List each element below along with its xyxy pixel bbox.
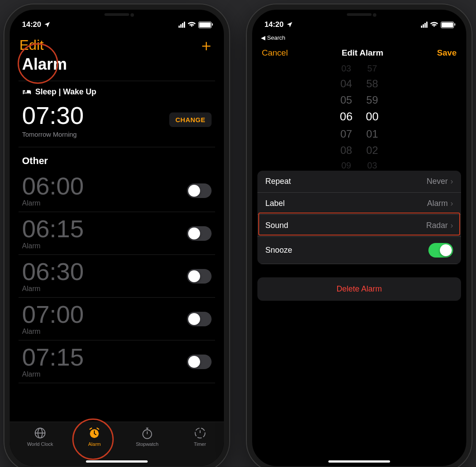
nav-bar: Edit ＋	[10, 34, 224, 53]
phone-right: 14:20 ◀ Search Cancel Edit Alarm Save 03…	[247, 4, 472, 467]
modal-nav: Cancel Edit Alarm Save	[252, 41, 466, 68]
sleep-time: 07:30	[22, 101, 84, 130]
battery-icon	[198, 22, 212, 28]
alarm-toggle[interactable]	[187, 355, 212, 369]
alarm-label: Alarm	[22, 370, 84, 378]
add-alarm-button[interactable]: ＋	[198, 37, 214, 53]
label-row[interactable]: Label Alarm›	[257, 193, 461, 215]
tab-alarm[interactable]: Alarm	[88, 426, 101, 447]
minute-column[interactable]: 57585900010203	[366, 63, 379, 172]
alarm-icon	[88, 426, 101, 440]
alarm-time: 07:00	[22, 302, 84, 327]
battery-icon	[441, 22, 454, 28]
edit-button[interactable]: Edit	[19, 37, 44, 53]
chevron-right-icon: ›	[450, 177, 453, 186]
alarm-label: Alarm	[22, 328, 84, 336]
page-title: Alarm	[22, 55, 212, 74]
alarm-screen: 14:20 Edit ＋ Alarm Sleep | Wake Up 07:30	[10, 10, 224, 466]
alarm-row[interactable]: 07:00Alarm	[19, 298, 215, 340]
picker-selection-bar	[257, 108, 461, 126]
cellular-icon	[178, 22, 185, 28]
chevron-left-icon: ◀	[261, 34, 265, 41]
tab-stopwatch[interactable]: Stopwatch	[136, 426, 158, 447]
tab-timer[interactable]: Timer	[193, 426, 207, 447]
globe-icon	[33, 426, 47, 440]
delete-alarm-button[interactable]: Delete Alarm	[257, 277, 461, 301]
notch	[322, 10, 397, 24]
wifi-icon	[188, 22, 196, 28]
alarm-toggle[interactable]	[187, 312, 212, 326]
bed-icon	[22, 89, 32, 96]
chevron-right-icon: ›	[450, 199, 453, 208]
home-indicator[interactable]	[86, 460, 148, 463]
change-button[interactable]: CHANGE	[169, 112, 212, 127]
alarm-settings: Repeat Never› Label Alarm› Sound Radar› …	[257, 171, 461, 264]
alarm-time: 06:15	[22, 217, 84, 241]
alarm-row[interactable]: 06:00Alarm	[19, 169, 215, 212]
alarm-label: Alarm	[22, 242, 84, 250]
edit-alarm-screen: 14:20 ◀ Search Cancel Edit Alarm Save 03…	[252, 10, 466, 466]
status-time: 14:20	[264, 20, 283, 29]
alarm-list: 06:00Alarm06:15Alarm06:30Alarm07:00Alarm…	[19, 169, 215, 383]
tab-bar: World Clock Alarm Stopwatch Timer	[10, 422, 224, 466]
notch	[79, 10, 154, 24]
alarm-toggle[interactable]	[187, 269, 212, 284]
alarm-row[interactable]: 06:15Alarm	[19, 212, 215, 255]
snooze-toggle[interactable]	[428, 243, 453, 258]
status-time: 14:20	[22, 20, 41, 29]
sleep-alarm-row: 07:30 Tomorrow Morning CHANGE	[19, 99, 215, 147]
hour-column[interactable]: 03040506070809	[340, 63, 353, 172]
save-button[interactable]: Save	[437, 48, 457, 58]
sleep-subtitle: Tomorrow Morning	[22, 131, 84, 138]
cancel-button[interactable]: Cancel	[262, 48, 288, 58]
sleep-section-header: Sleep | Wake Up	[19, 81, 215, 99]
modal-title: Edit Alarm	[342, 48, 383, 58]
chevron-right-icon: ›	[450, 221, 453, 230]
time-picker[interactable]: 03040506070809 57585900010203	[257, 68, 461, 165]
sound-row[interactable]: Sound Radar›	[257, 215, 461, 237]
alarm-row[interactable]: 06:30Alarm	[19, 255, 215, 298]
other-section-header: Other	[22, 155, 212, 167]
alarm-toggle[interactable]	[187, 183, 212, 198]
alarm-row[interactable]: 07:15Alarm	[19, 340, 215, 383]
alarm-label: Alarm	[22, 285, 84, 293]
alarm-label: Alarm	[22, 199, 84, 207]
location-icon	[286, 21, 293, 28]
snooze-row: Snooze	[257, 237, 461, 264]
phone-left: 14:20 Edit ＋ Alarm Sleep | Wake Up 07:30	[4, 4, 229, 467]
cellular-icon	[421, 22, 428, 28]
wifi-icon	[430, 22, 438, 28]
location-icon	[44, 21, 51, 28]
home-indicator[interactable]	[328, 460, 390, 463]
timer-icon	[193, 426, 207, 440]
tab-world-clock[interactable]: World Clock	[27, 426, 53, 447]
repeat-row[interactable]: Repeat Never›	[257, 171, 461, 193]
alarm-time: 07:15	[22, 345, 84, 370]
alarm-time: 06:30	[22, 259, 84, 284]
alarm-toggle[interactable]	[187, 226, 212, 241]
stopwatch-icon	[141, 426, 154, 440]
alarm-time: 06:00	[22, 174, 84, 198]
breadcrumb-back[interactable]: ◀ Search	[252, 34, 466, 41]
